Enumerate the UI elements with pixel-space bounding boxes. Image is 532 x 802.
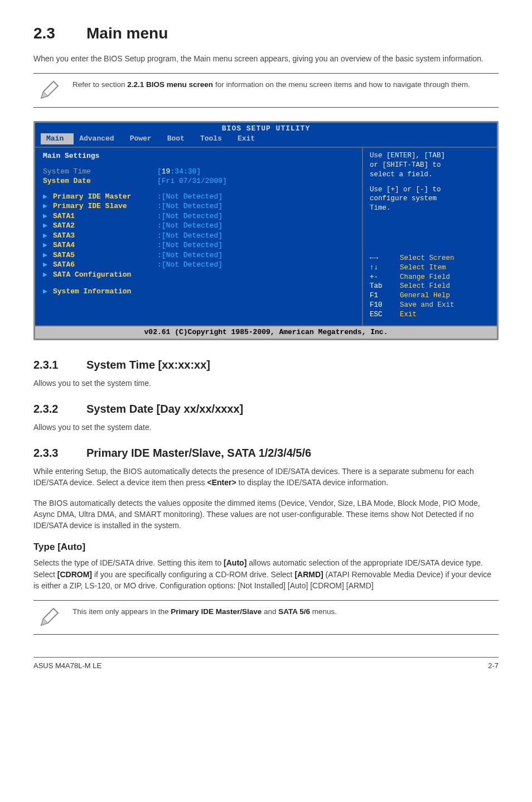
bios-screenshot: BIOS SETUP UTILITY Main Advanced Power B… — [33, 121, 499, 340]
note-box-1: Refer to section 2.2.1 BIOS menu screen … — [33, 73, 499, 108]
bios-left-pane: Main Settings System Time [19:34:30] Sys… — [35, 148, 363, 325]
page-footer: ASUS M4A78L-M LE 2-7 — [33, 657, 499, 671]
bios-row-sata4[interactable]: ▶SATA4:[Not Detected] — [43, 240, 354, 250]
bios-tab-tools[interactable]: Tools — [195, 133, 232, 144]
bios-tab-advanced[interactable]: Advanced — [74, 133, 124, 144]
bios-menubar: Main Advanced Power Boot Tools Exit — [35, 133, 497, 147]
subsection-2-3-1-body: Allows you to set the system time. — [33, 378, 499, 389]
subsection-2-3-1: 2.3.1System Time [xx:xx:xx] — [33, 357, 499, 373]
subsection-2-3-3: 2.3.3Primary IDE Master/Slave, SATA 1/2/… — [33, 445, 499, 461]
pencil-icon — [36, 606, 62, 629]
pencil-icon — [36, 79, 62, 102]
bios-help-text: Use [ENTER], [TAB] or [SHIFT-TAB] to sel… — [370, 151, 490, 213]
note-text-1: Refer to section 2.2.1 BIOS menu screen … — [72, 79, 496, 90]
note-text-2: This item only appears in the Primary ID… — [72, 606, 496, 617]
bios-row-sata6[interactable]: ▶SATA6:[Not Detected] — [43, 260, 354, 270]
bios-row-ide-slave[interactable]: ▶Primary IDE Slave:[Not Detected] — [43, 201, 354, 211]
bios-row-sata1[interactable]: ▶SATA1:[Not Detected] — [43, 211, 354, 221]
section-heading: 2.3Main menu — [33, 22, 499, 45]
type-heading: Type [Auto] — [33, 540, 499, 554]
bios-row-system-date[interactable]: System Date [Fri 07/31/2009] — [43, 176, 354, 186]
bios-row-ide-master[interactable]: ▶Primary IDE Master:[Not Detected] — [43, 192, 354, 202]
bios-help-keys: ←→Select Screen ↑↓Select Item +-Change F… — [370, 254, 490, 320]
subsection-2-3-3-p1: While entering Setup, the BIOS automatic… — [33, 466, 499, 489]
bios-row-system-time[interactable]: System Time [19:34:30] — [43, 167, 354, 177]
footer-right: 2-7 — [488, 661, 499, 671]
triangle-right-icon: ▶ — [43, 231, 49, 241]
bios-row-sata5[interactable]: ▶SATA5:[Not Detected] — [43, 250, 354, 260]
bios-footer: v02.61 (C)Copyright 1985-2009, American … — [35, 325, 497, 339]
note-box-2: This item only appears in the Primary ID… — [33, 600, 499, 635]
triangle-right-icon: ▶ — [43, 201, 49, 211]
triangle-right-icon: ▶ — [43, 250, 49, 260]
bios-tab-exit[interactable]: Exit — [232, 133, 265, 144]
triangle-right-icon: ▶ — [43, 270, 49, 280]
triangle-right-icon: ▶ — [43, 240, 49, 250]
section-title: Main menu — [86, 25, 168, 42]
type-body: Selects the type of IDE/SATA drive. Sett… — [33, 557, 499, 591]
bios-row-sata-config[interactable]: ▶SATA Configuration — [43, 270, 354, 280]
triangle-right-icon: ▶ — [43, 287, 49, 297]
bios-tab-power[interactable]: Power — [124, 133, 162, 144]
footer-left: ASUS M4A78L-M LE — [33, 661, 101, 671]
section-intro: When you enter the BIOS Setup program, t… — [33, 53, 499, 64]
bios-title: BIOS SETUP UTILITY — [35, 123, 497, 134]
bios-row-system-information[interactable]: ▶System Information — [43, 287, 354, 297]
bios-row-sata2[interactable]: ▶SATA2:[Not Detected] — [43, 221, 354, 231]
bios-tab-boot[interactable]: Boot — [162, 133, 195, 144]
triangle-right-icon: ▶ — [43, 192, 49, 202]
subsection-2-3-2-body: Allows you to set the system date. — [33, 422, 499, 433]
triangle-right-icon: ▶ — [43, 221, 49, 231]
bios-help-pane: Use [ENTER], [TAB] or [SHIFT-TAB] to sel… — [363, 148, 497, 325]
subsection-2-3-3-p2: The BIOS automatically detects the value… — [33, 497, 499, 532]
section-number: 2.3 — [33, 22, 86, 45]
bios-subheading: Main Settings — [43, 151, 354, 161]
triangle-right-icon: ▶ — [43, 211, 49, 221]
bios-row-sata3[interactable]: ▶SATA3:[Not Detected] — [43, 231, 354, 241]
bios-tab-main[interactable]: Main — [41, 133, 74, 144]
triangle-right-icon: ▶ — [43, 260, 49, 270]
subsection-2-3-2: 2.3.2System Date [Day xx/xx/xxxx] — [33, 401, 499, 417]
